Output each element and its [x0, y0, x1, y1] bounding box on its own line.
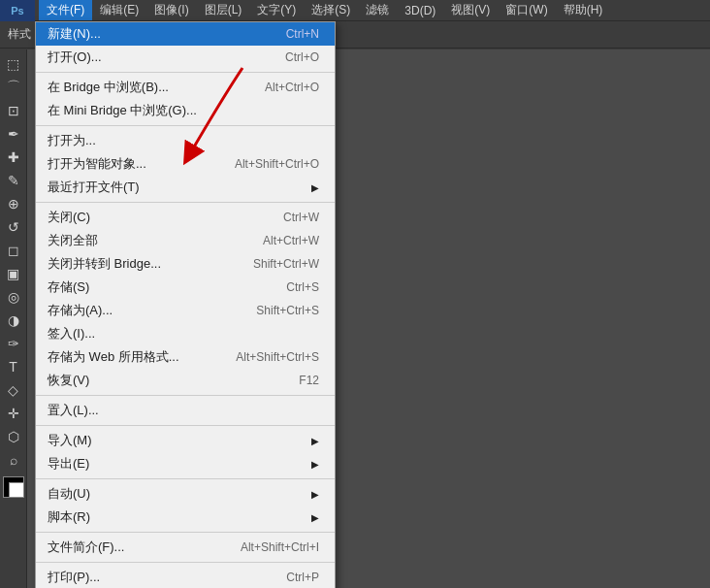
menu-item-import-label: 导入(M) [48, 432, 304, 449]
menu-3d[interactable]: 3D(D) [397, 2, 443, 19]
menu-item-place[interactable]: 置入(L)... [36, 399, 335, 422]
separator-3 [36, 202, 335, 203]
menu-item-save-web-label: 存储为 Web 所用格式... [48, 348, 216, 366]
separator-8 [36, 562, 335, 563]
menu-item-checkin-label: 签入(I)... [48, 325, 319, 343]
separator-2 [36, 125, 335, 126]
menu-item-file-info[interactable]: 文件简介(F)... Alt+Shift+Ctrl+I [36, 536, 335, 559]
tool-lasso[interactable]: ⌒ [3, 77, 24, 98]
separator-7 [36, 532, 335, 533]
menu-item-save-web-shortcut: Alt+Shift+Ctrl+S [236, 350, 319, 364]
tool-type[interactable]: T [3, 356, 24, 377]
tool-gradient[interactable]: ▣ [3, 263, 24, 284]
menu-item-close-all[interactable]: 关闭全部 Alt+Ctrl+W [36, 229, 335, 252]
menu-item-open-shortcut: Ctrl+O [285, 50, 319, 64]
menu-item-revert-label: 恢复(V) [48, 372, 279, 389]
menu-item-save-shortcut: Ctrl+S [286, 280, 319, 294]
menu-item-save-as-shortcut: Shift+Ctrl+S [256, 304, 319, 317]
menu-item-print-shortcut: Ctrl+P [286, 571, 319, 584]
scripts-arrow-icon: ▶ [311, 512, 319, 523]
tool-marquee[interactable]: ⬚ [3, 53, 24, 75]
menu-item-open-smart-shortcut: Alt+Shift+Ctrl+O [235, 157, 319, 171]
menu-item-save-as[interactable]: 存储为(A)... Shift+Ctrl+S [36, 299, 335, 322]
menu-item-open-label: 打开(O)... [48, 49, 266, 66]
menu-item-close-bridge[interactable]: 关闭并转到 Bridge... Shift+Ctrl+W [36, 252, 335, 276]
ps-icon: Ps [0, 0, 35, 21]
tool-stamp[interactable]: ⊕ [3, 193, 24, 214]
tool-pen[interactable]: ✑ [3, 333, 24, 354]
menu-select[interactable]: 选择(S) [304, 0, 358, 20]
menu-item-revert[interactable]: 恢复(V) F12 [36, 369, 335, 392]
menu-item-close[interactable]: 关闭(C) Ctrl+W [36, 206, 335, 229]
menu-item-new[interactable]: 新建(N)... Ctrl+N [36, 22, 335, 46]
menu-item-close-shortcut: Ctrl+W [283, 211, 319, 224]
tool-brush[interactable]: ✎ [3, 170, 24, 191]
menu-item-save-as-label: 存储为(A)... [48, 302, 237, 319]
menu-item-file-info-label: 文件简介(F)... [48, 539, 221, 556]
menu-item-checkin[interactable]: 签入(I)... [36, 322, 335, 345]
export-arrow-icon: ▶ [311, 459, 319, 470]
menu-edit[interactable]: 编辑(E) [92, 0, 146, 20]
menu-image[interactable]: 图像(I) [146, 0, 196, 20]
tool-eraser[interactable]: ◻ [3, 240, 24, 261]
menu-item-place-label: 置入(L)... [48, 402, 319, 419]
menu-item-recent-label: 最近打开文件(T) [48, 179, 304, 196]
tool-blur[interactable]: ◎ [3, 286, 24, 308]
tool-path[interactable]: ◇ [3, 379, 24, 401]
menu-item-open-as[interactable]: 打开为... [36, 129, 335, 152]
automate-arrow-icon: ▶ [311, 489, 319, 500]
menu-item-file-info-shortcut: Alt+Shift+Ctrl+I [241, 540, 319, 554]
menu-text[interactable]: 文字(Y) [249, 0, 304, 20]
menu-item-open-smart-label: 打开为智能对象... [48, 155, 215, 173]
import-arrow-icon: ▶ [311, 436, 319, 446]
separator-1 [36, 72, 335, 73]
menu-item-new-shortcut: Ctrl+N [286, 27, 319, 41]
ps-logo-text: Ps [11, 5, 23, 16]
menu-item-revert-shortcut: F12 [299, 374, 319, 387]
tool-history[interactable]: ↺ [3, 216, 24, 238]
menu-item-bridge-label: 在 Bridge 中浏览(B)... [48, 79, 245, 96]
foreground-color[interactable] [3, 476, 24, 498]
tool-crop[interactable]: ⊡ [3, 100, 24, 121]
menu-help[interactable]: 帮助(H) [556, 0, 611, 20]
separator-4 [36, 395, 335, 396]
tool-zoom[interactable]: ⌕ [3, 449, 24, 471]
menu-item-open-smart[interactable]: 打开为智能对象... Alt+Shift+Ctrl+O [36, 152, 335, 176]
menu-view[interactable]: 视图(V) [443, 0, 498, 20]
menu-file[interactable]: 文件(F) [39, 0, 92, 20]
menu-item-automate-label: 自动(U) [48, 485, 304, 503]
menu-item-bridge[interactable]: 在 Bridge 中浏览(B)... Alt+Ctrl+O [36, 76, 335, 99]
tool-move[interactable]: ✛ [3, 403, 24, 424]
tool-eyedropper[interactable]: ✒ [3, 123, 24, 145]
tool-dodge[interactable]: ◑ [3, 310, 24, 331]
separator-6 [36, 478, 335, 479]
menu-item-bridge-shortcut: Alt+Ctrl+O [265, 81, 319, 94]
menu-item-mini-bridge-label: 在 Mini Bridge 中浏览(G)... [48, 102, 319, 119]
menu-item-import[interactable]: 导入(M) ▶ [36, 429, 335, 452]
menu-window[interactable]: 窗口(W) [498, 0, 555, 20]
menu-item-close-all-shortcut: Alt+Ctrl+W [263, 234, 319, 247]
file-menu-dropdown: 新建(N)... Ctrl+N 打开(O)... Ctrl+O 在 Bridge… [35, 21, 336, 588]
menu-item-close-bridge-shortcut: Shift+Ctrl+W [253, 257, 319, 271]
separator-5 [36, 425, 335, 426]
menu-item-export[interactable]: 导出(E) ▶ [36, 452, 335, 475]
menu-item-print-label: 打印(P)... [48, 569, 267, 586]
tool-3d[interactable]: ⬡ [3, 426, 24, 447]
menu-item-recent[interactable]: 最近打开文件(T) ▶ [36, 176, 335, 199]
menu-item-automate[interactable]: 自动(U) ▶ [36, 482, 335, 506]
menu-item-print[interactable]: 打印(P)... Ctrl+P [36, 566, 335, 588]
menu-item-open[interactable]: 打开(O)... Ctrl+O [36, 46, 335, 69]
menu-layer[interactable]: 图层(L) [197, 0, 250, 20]
menu-item-scripts-label: 脚本(R) [48, 508, 304, 526]
menu-item-close-bridge-label: 关闭并转到 Bridge... [48, 255, 234, 273]
menu-item-save-web[interactable]: 存储为 Web 所用格式... Alt+Shift+Ctrl+S [36, 345, 335, 369]
menu-item-open-as-label: 打开为... [48, 132, 319, 149]
menu-item-export-label: 导出(E) [48, 455, 304, 473]
menu-item-mini-bridge[interactable]: 在 Mini Bridge 中浏览(G)... [36, 99, 335, 122]
tool-heal[interactable]: ✚ [3, 147, 24, 168]
menu-item-save[interactable]: 存储(S) Ctrl+S [36, 276, 335, 299]
menu-item-scripts[interactable]: 脚本(R) ▶ [36, 506, 335, 529]
menu-bar: 文件(F) 编辑(E) 图像(I) 图层(L) 文字(Y) 选择(S) 滤镜 3… [0, 0, 710, 21]
menu-item-close-label: 关闭(C) [48, 209, 264, 226]
menu-filter[interactable]: 滤镜 [358, 0, 397, 20]
